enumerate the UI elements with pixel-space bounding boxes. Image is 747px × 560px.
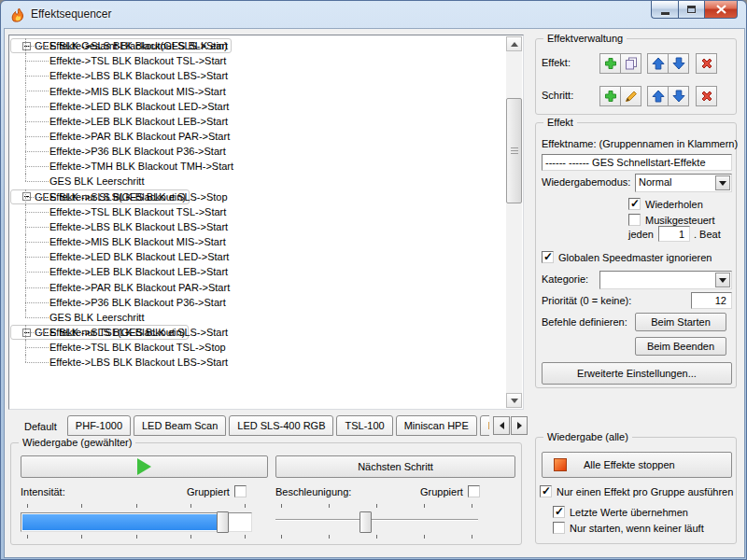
tree-item-label: Effekte->SLS BLK Blackout SLS->Start (49, 327, 228, 338)
tab-default[interactable]: Default (17, 415, 64, 436)
close-icon (716, 5, 726, 14)
app-flame-icon (10, 7, 25, 22)
delete-effect-button[interactable] (696, 53, 717, 74)
dropdown-button[interactable] (715, 175, 730, 190)
checkbox-box[interactable] (628, 198, 641, 210)
checkbox-box[interactable] (234, 485, 247, 497)
intensitaet-slider-thumb[interactable] (217, 511, 229, 533)
tab-led-sls-400-rgb[interactable]: LED SLS-400 RGB (229, 415, 333, 436)
edit-step-button[interactable] (620, 86, 641, 106)
tab-led-beam-scan[interactable]: LED Beam Scan (134, 415, 226, 436)
tabs-scroll-left-button[interactable] (493, 416, 510, 435)
beschleunigung-slider[interactable] (275, 519, 478, 521)
minimize-button[interactable] (651, 1, 678, 19)
tree-item[interactable]: Effekte->LEB BLK Blackout LEB->Start (10, 264, 506, 279)
tab-phf-1000[interactable]: PHF-1000 (67, 415, 131, 436)
tree-item[interactable]: Effekte->TSL BLK Blackout TSL->Start (10, 204, 506, 219)
naechster-schritt-button[interactable]: Nächsten Schritt (275, 455, 515, 478)
tick-mark (329, 535, 330, 539)
beat-input[interactable]: 1 (658, 226, 690, 242)
tree-item[interactable]: Effekte->P36 BLK Blackout P36->Start (10, 144, 506, 159)
tree-item[interactable]: Effekte->PAR BLK Blackout PAR->Start (10, 129, 506, 144)
wiederholen-checkbox[interactable]: Wiederholen (628, 198, 703, 210)
tree-item[interactable]: Effekte->SLS BLK Blackout SLS->Start (10, 38, 506, 53)
tree-item[interactable]: Effekte->LBS BLK Blackout LBS->Start (10, 219, 506, 234)
tab-miniscan-hpe[interactable]: Miniscan HPE (396, 415, 477, 436)
chevron-down-icon (719, 278, 726, 283)
tree-item[interactable]: Effekte->P36 BLK Blackout P36->Start (10, 295, 506, 310)
checkbox-box[interactable] (553, 506, 565, 518)
tree-item[interactable]: Effekte->TMH BLK Blackout TMH->Start (10, 159, 506, 174)
title-bar[interactable]: Effektsequencer (1, 1, 746, 29)
tree-item[interactable]: Effekte->SLS BLK Blackout SLS->Start (10, 325, 506, 340)
letzte-werte-checkbox[interactable]: Letzte Werte übernehmen (553, 506, 688, 518)
scrollbar-thumb[interactable] (506, 98, 522, 203)
effect-tree[interactable]: GES BLK Gesamt-Blackout(GES BLK ein)Effe… (8, 35, 524, 410)
tabs-scroll-right-button[interactable] (511, 416, 528, 435)
close-button[interactable] (705, 1, 738, 19)
tree-item[interactable]: Effekte->LBS BLK Blackout LBS->Start (10, 68, 506, 83)
move-step-up-button[interactable] (647, 86, 669, 106)
move-effect-down-button[interactable] (668, 53, 689, 74)
tab-tsl-100[interactable]: TSL-100 (336, 415, 392, 436)
prioritaet-input[interactable]: 12 (691, 292, 732, 309)
wiederholen-label: Wiederholen (645, 199, 703, 210)
effektname-input[interactable]: ------ ------ GES Schnellstart-Effekte (542, 154, 732, 171)
nur-ein-effekt-checkbox[interactable]: Nur einen Effekt pro Gruppe ausführen (540, 485, 733, 497)
tab-label: PHF-1000 (76, 420, 122, 431)
checkbox-box[interactable] (628, 214, 641, 226)
effekt-row-label: Effekt: (542, 57, 571, 68)
wiedergabemodus-select[interactable]: Normal (635, 174, 732, 192)
copy-effect-button[interactable] (620, 53, 641, 74)
tree-item[interactable]: Effekte->LEB BLK Blackout LEB->Start (10, 114, 506, 129)
tab-label: Miniscan HPE (404, 420, 469, 431)
tree-item[interactable]: Effekte->MIS BLK Blackout MIS->Start (10, 234, 506, 249)
blue-arrow-down-icon (672, 90, 685, 103)
intensitaet-label: Intensität: (21, 486, 65, 497)
tree-item[interactable]: Effekte->TSL BLK Blackout TSL->Start (10, 53, 506, 68)
tree-item[interactable]: Effekte->PAR BLK Blackout PAR->Start (10, 280, 506, 295)
gruppiert-intensitaet-checkbox[interactable]: Gruppiert (187, 485, 247, 497)
beim-starten-button[interactable]: Beim Starten (635, 313, 726, 331)
dropdown-button[interactable] (715, 273, 730, 287)
add-step-button[interactable] (599, 86, 621, 106)
beim-beenden-button[interactable]: Beim Beenden (635, 337, 726, 356)
delete-step-button[interactable] (696, 86, 717, 106)
beschleunigung-slider-thumb[interactable] (359, 511, 372, 533)
speedmaster-checkbox[interactable]: Globalen Speedmaster ignorieren (542, 251, 712, 263)
tick-mark (472, 535, 472, 539)
tree-item[interactable]: Effekte->LED BLK Blackout LED->Start (10, 99, 506, 114)
tick-mark (281, 535, 282, 539)
checkbox-box[interactable] (553, 522, 565, 534)
kategorie-select[interactable] (599, 271, 732, 289)
add-effect-button[interactable] (599, 53, 621, 74)
musikgesteuert-checkbox[interactable]: Musikgesteuert (628, 214, 715, 226)
gruppiert-beschleunigung-checkbox[interactable]: Gruppiert (420, 485, 480, 497)
checkbox-box[interactable] (468, 485, 480, 497)
nur-starten-checkbox[interactable]: Nur starten, wenn keiner läuft (553, 522, 704, 534)
tab-led-par-56-d[interactable]: LED PAR-56 D (480, 415, 489, 436)
erweiterte-einstellungen-button[interactable]: Erweiterte Einstellungen... (542, 362, 732, 385)
scroll-down-button[interactable] (506, 393, 522, 408)
tree-scrollbar[interactable] (506, 36, 522, 408)
tree-item[interactable]: Effekte->MIS BLK Blackout MIS->Start (10, 83, 506, 98)
stop-button-label: Alle Effekte stoppen (584, 459, 675, 470)
tree-item[interactable]: GES BLK Leerschritt (10, 174, 506, 189)
tree-item[interactable]: Effekte->LED BLK Blackout LED->Start (10, 249, 506, 264)
checkbox-box[interactable] (540, 485, 552, 497)
tree-item[interactable]: Effekte->SLS BLK Blackout SLS->Stop (10, 189, 506, 204)
move-step-down-button[interactable] (668, 86, 689, 106)
scroll-up-button[interactable] (506, 36, 522, 51)
checkbox-box[interactable] (542, 251, 554, 263)
move-effect-up-button[interactable] (647, 53, 669, 74)
tree-item-label: Effekte->SLS BLK Blackout SLS->Start (49, 40, 228, 51)
wiedergabe-alle-title: Wiedergabe (alle) (543, 431, 632, 442)
alle-effekte-stoppen-button[interactable]: Alle Effekte stoppen (542, 452, 732, 478)
play-button[interactable] (21, 455, 268, 478)
tree-item[interactable]: GES BLK Leerschritt (10, 310, 506, 325)
tree-item[interactable]: Effekte->LBS BLK Blackout LBS->Start (10, 355, 506, 370)
tree-item-label: Effekte->LED BLK Blackout LED->Start (49, 101, 229, 112)
tree-item[interactable]: Effekte->TSL BLK Blackout TSL->Stop (10, 340, 506, 355)
device-tabs: DefaultPHF-1000LED Beam ScanLED SLS-400 … (8, 415, 489, 437)
maximize-button[interactable] (678, 1, 705, 19)
